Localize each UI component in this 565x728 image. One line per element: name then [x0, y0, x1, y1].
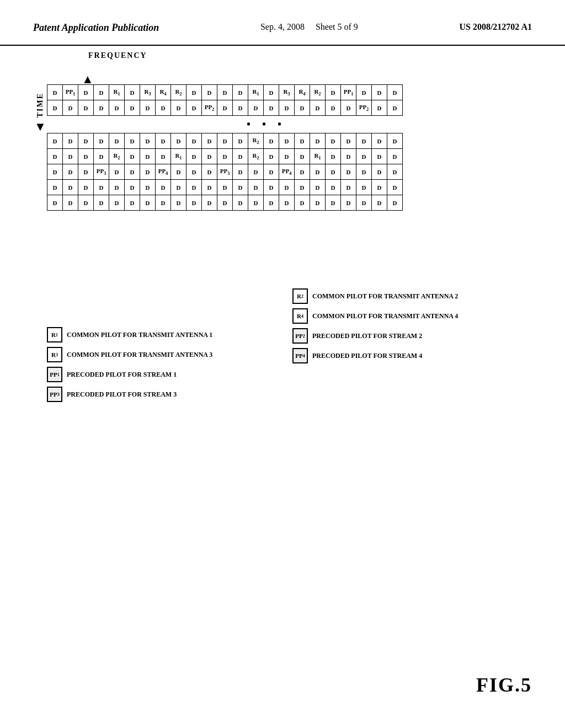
cell-d: D [78, 180, 94, 195]
cell-r2: R2 [248, 133, 264, 149]
cell-pp4: PP4 [156, 164, 171, 180]
table-row: D D D PP3 D D D PP4 D D D PP3 D D D PP4 … [47, 164, 403, 180]
cell-d: D [63, 149, 78, 164]
cell-r1: R1 [171, 149, 186, 164]
cell-d: D [202, 149, 217, 164]
cell-d: D [248, 180, 264, 195]
cell-r2: R2 [109, 149, 125, 164]
cell-d: D [63, 133, 78, 149]
legend-box-r3: R3 [47, 347, 62, 362]
figure-label: FIG.5 [476, 673, 532, 697]
legend-box-pp4: PP4 [292, 348, 308, 363]
cell-d: D [326, 149, 341, 164]
cell-d: D [94, 100, 109, 116]
cell-d: D [372, 100, 387, 116]
cell-d: D [310, 164, 326, 180]
page-header: Patent Application Publication Sep. 4, 2… [0, 0, 565, 46]
table-row: D D D D D D D D D D PP2 D D D D D D D D … [47, 100, 403, 116]
legend-item-r2: R2 COMMON PILOT FOR TRANSMIT ANTENNA 2 [292, 288, 458, 304]
cell-d: D [63, 195, 78, 211]
cell-d: D [233, 195, 248, 211]
cell-d: D [248, 164, 264, 180]
cell-d: D [341, 164, 356, 180]
cell-d: D [356, 85, 372, 100]
cell-d: D [202, 164, 217, 180]
cell-d: D [186, 100, 202, 116]
cell-d: D [233, 100, 248, 116]
cell-d: D [341, 149, 356, 164]
cell-d: D [125, 85, 140, 100]
cell-d: D [356, 133, 372, 149]
ofdm-grid: D PP1 D D R1 D R3 R4 R2 D D D D R1 D R3 … [47, 84, 403, 211]
cell-d: D [356, 195, 372, 211]
cell-d: D [63, 100, 78, 116]
cell-d: D [186, 149, 202, 164]
cell-d: D [217, 180, 233, 195]
cell-d: D [186, 133, 202, 149]
cell-d: D [372, 133, 387, 149]
cell-d: D [217, 100, 233, 116]
legend-item-pp3: PP3 PRECODED PILOT FOR STREAM 3 [47, 387, 212, 402]
cell-d: D [233, 85, 248, 100]
cell-d: D [109, 195, 125, 211]
cell-d: D [63, 180, 78, 195]
cell-d: D [295, 133, 310, 149]
cell-d: D [295, 164, 310, 180]
cell-d: D [94, 85, 109, 100]
time-arrow: ▼ [34, 120, 46, 134]
cell-d: D [372, 149, 387, 164]
cell-d: D [171, 164, 186, 180]
legend-box-r4: R4 [292, 308, 308, 324]
cell-d: D [326, 164, 341, 180]
cell-pp4: PP4 [279, 164, 295, 180]
cell-d: D [326, 133, 341, 149]
table-row-dots: • • • [47, 116, 403, 133]
cell-d: D [78, 100, 94, 116]
cell-d: D [156, 180, 171, 195]
cell-d: D [356, 180, 372, 195]
cell-d: D [47, 133, 63, 149]
cell-d: D [140, 164, 156, 180]
cell-d: D [372, 180, 387, 195]
cell-r3: R3 [140, 85, 156, 100]
cell-d: D [279, 133, 295, 149]
cell-d: D [47, 149, 63, 164]
cell-d: D [233, 133, 248, 149]
legend-box-r2: R2 [292, 288, 308, 304]
cell-r1: R1 [248, 85, 264, 100]
ofdm-grid-container: D PP1 D D R1 D R3 R4 R2 D D D D R1 D R3 … [47, 84, 403, 211]
cell-d: D [279, 149, 295, 164]
cell-d: D [295, 195, 310, 211]
cell-pp1: PP1 [63, 85, 78, 100]
table-row: D D D D R2 D D D R1 D D D D R2 D D D R1 … [47, 149, 403, 164]
cell-d: D [202, 180, 217, 195]
cell-d: D [217, 133, 233, 149]
cell-r1: R1 [310, 149, 326, 164]
cell-d: D [78, 133, 94, 149]
cell-d: D [356, 164, 372, 180]
cell-pp2: PP2 [356, 100, 372, 116]
cell-d: D [202, 195, 217, 211]
table-row: D D D D D D D D D D D D D R2 D D D D D D [47, 133, 403, 149]
cell-d: D [125, 100, 140, 116]
legend-item-pp4: PP4 PRECODED PILOT FOR STREAM 4 [292, 348, 458, 363]
cell-d: D [171, 195, 186, 211]
cell-d: D [372, 85, 387, 100]
cell-r4: R4 [295, 85, 310, 100]
cell-r2: R2 [310, 85, 326, 100]
patent-number: US 2008/212702 A1 [459, 22, 532, 32]
cell-d: D [233, 180, 248, 195]
cell-r3: R3 [279, 85, 295, 100]
cell-d: D [47, 85, 63, 100]
publication-title: Patent Application Publication [33, 22, 159, 34]
cell-d: D [248, 100, 264, 116]
cell-r1: R1 [109, 85, 125, 100]
cell-d: D [295, 180, 310, 195]
cell-d: D [140, 133, 156, 149]
legend-text-pp1: PRECODED PILOT FOR STREAM 1 [67, 371, 177, 379]
cell-d: D [341, 180, 356, 195]
cell-d: D [47, 180, 63, 195]
legend-box-pp1: PP1 [47, 367, 62, 382]
cell-d: D [341, 133, 356, 149]
legend-text-r4: COMMON PILOT FOR TRANSMIT ANTENNA 4 [312, 312, 458, 320]
